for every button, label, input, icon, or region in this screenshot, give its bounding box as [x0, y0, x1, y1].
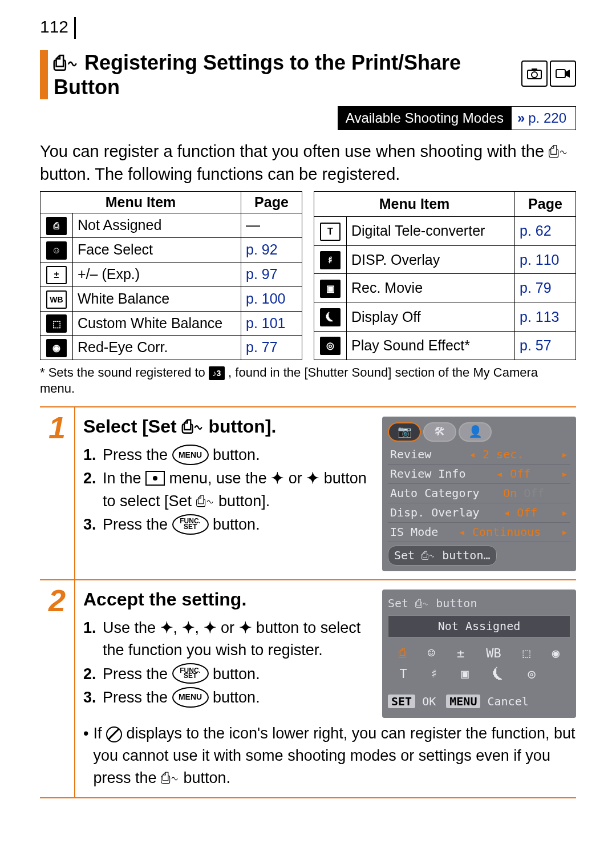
print-share-icon: ⎙∿: [196, 492, 214, 510]
substep-text: Press the FUNC.SET button.: [103, 663, 260, 685]
substep-num: 2.: [83, 663, 99, 685]
title-text: ⎙∿ Registering Settings to the Print/Sha…: [54, 50, 521, 99]
item-page-link[interactable]: p. 62: [515, 217, 576, 245]
print-share-icon: ⎙∿: [54, 51, 79, 74]
lcd2-header: Set ⎙∿ button: [388, 595, 570, 612]
step-number: 1: [40, 407, 75, 579]
t: SET: [184, 524, 197, 530]
t: Press the: [103, 665, 172, 683]
func-set-button-icon: FUNC.SET: [172, 663, 209, 684]
item-page-link[interactable]: p. 57: [515, 331, 576, 360]
t: button.: [184, 769, 231, 786]
step-2: 2 Set ⎙∿ button Not Assigned ⎙☺±WB⬚◉ T♯▣…: [40, 580, 576, 798]
substep-text: Use the ✦, ✦, ✦ or ✦ button to select th…: [103, 617, 373, 661]
t: If: [93, 725, 106, 742]
lcd-value: Off: [510, 467, 530, 481]
t: button].: [204, 416, 277, 437]
function-table-right: Menu Item Page TDigital Tele-converterp.…: [314, 191, 576, 360]
bullet-icon: •: [83, 722, 88, 789]
custom-wb-icon: ⬚: [46, 314, 67, 333]
lcd-label: Review Info: [390, 466, 465, 482]
up-arrow-icon: ✦: [271, 470, 284, 487]
item-name: Rec. Movie: [347, 274, 515, 302]
face-select-icon: ☺: [46, 241, 67, 260]
available-modes-page: p. 220: [528, 110, 566, 126]
sound-effect-icon: ◎: [320, 337, 341, 355]
lcd-value: Off: [517, 506, 537, 519]
substep-num: 3.: [83, 514, 99, 536]
lcd-set-button-row: Set ⎙∿ button…: [388, 546, 497, 566]
item-page-link[interactable]: p. 79: [515, 274, 576, 302]
item-page-link[interactable]: p. 92: [241, 237, 302, 262]
down-arrow-icon: ✦: [182, 619, 195, 636]
exposure-icon: ±: [46, 266, 67, 284]
intro-a: You can register a function that you oft…: [40, 142, 549, 160]
lcd-preview-1: 📷 🛠 👤 Review◂ 2 sec.▸ Review Info◂ Off▸ …: [382, 417, 576, 571]
lcd-value: On: [503, 486, 517, 500]
title-accent-bar: [40, 50, 48, 99]
substep-text: Press the MENU button.: [103, 444, 260, 466]
menu-button-icon: MENU: [172, 687, 209, 708]
func-set-button-icon: FUNC.SET: [172, 514, 209, 535]
item-page-link[interactable]: p. 110: [515, 245, 576, 274]
item-name: Face Select: [73, 237, 241, 262]
substep-text: In the menu, use the ✦ or ✦ button to se…: [103, 467, 373, 512]
item-name: DISP. Overlay: [347, 245, 515, 274]
lcd-label: Review: [390, 446, 431, 463]
t: Select [Set: [83, 416, 182, 437]
lcd2-set-pill: SET: [388, 695, 415, 708]
t: ,: [195, 619, 204, 636]
substep-text: Press the MENU button.: [103, 687, 260, 709]
lcd2-menu-pill: MENU: [446, 695, 480, 708]
down-arrow-icon: ✦: [306, 470, 319, 487]
t: ,: [173, 619, 182, 636]
item-name: +/– (Exp.): [73, 262, 241, 286]
camera-mode-icon: [521, 60, 548, 87]
svg-rect-2: [532, 68, 537, 71]
print-share-icon: ⎙∿: [182, 416, 204, 437]
print-share-icon: ⎙∿: [549, 142, 568, 160]
footnote-a: * Sets the sound registered to: [40, 365, 209, 380]
lcd-tab-user-icon: 👤: [459, 422, 492, 442]
t: button.: [209, 446, 260, 463]
function-table-left: Menu Item Page ⎙Not Assigned— ☺Face Sele…: [40, 191, 302, 360]
lcd-tab-camera-icon: 📷: [388, 422, 421, 442]
t: In the: [103, 470, 145, 487]
lcd-label: Auto Category: [390, 485, 480, 502]
t: SET: [184, 673, 197, 679]
lcd2-icon-row-2: T♯▣⏾◎: [388, 664, 570, 684]
left-arrow-icon: ✦: [204, 619, 217, 636]
movie-mode-icon: [550, 60, 576, 87]
item-name: Not Assigned: [73, 213, 241, 237]
item-page-link[interactable]: p. 97: [241, 262, 302, 286]
available-modes-link[interactable]: » p. 220: [512, 106, 576, 130]
rec-menu-icon: [145, 471, 165, 486]
item-page-link[interactable]: p. 77: [241, 336, 302, 360]
svg-rect-3: [556, 70, 565, 78]
lcd2-icon-row-1: ⎙☺±WB⬚◉: [388, 643, 570, 664]
up-arrow-icon: ✦: [160, 619, 173, 636]
lcd-preview-2: Set ⎙∿ button Not Assigned ⎙☺±WB⬚◉ T♯▣⏾◎…: [382, 590, 576, 718]
lcd-value-off: Off: [524, 486, 544, 500]
section-title: ⎙∿ Registering Settings to the Print/Sha…: [40, 50, 576, 99]
item-name: Red-Eye Corr.: [73, 336, 241, 360]
item-page-link[interactable]: p. 100: [241, 286, 302, 311]
step-number: 2: [40, 580, 75, 797]
function-tables: Menu Item Page ⎙Not Assigned— ☺Face Sele…: [40, 191, 576, 360]
footnote: * Sets the sound registered to ♪3 , foun…: [40, 365, 576, 397]
lcd-value: 2 sec.: [483, 447, 524, 461]
item-name: Play Sound Effect*: [347, 331, 515, 360]
item-name: Custom White Balance: [73, 311, 241, 336]
t: menu, use the: [165, 470, 271, 487]
intro-text: You can register a function that you oft…: [40, 140, 576, 185]
col-item: Menu Item: [40, 191, 241, 213]
item-page-link[interactable]: p. 101: [241, 311, 302, 336]
print-share-icon: ⎙∿: [161, 769, 179, 786]
title-label: Registering Settings to the Print/Share …: [54, 51, 461, 99]
t: button.: [209, 665, 260, 683]
t: or: [217, 619, 239, 636]
sound-register-icon: ♪3: [209, 366, 225, 380]
intro-b: button. The following functions can be r…: [40, 165, 400, 183]
item-page-link[interactable]: p. 113: [515, 302, 576, 331]
substep-text: Press the FUNC.SET button.: [103, 514, 260, 536]
